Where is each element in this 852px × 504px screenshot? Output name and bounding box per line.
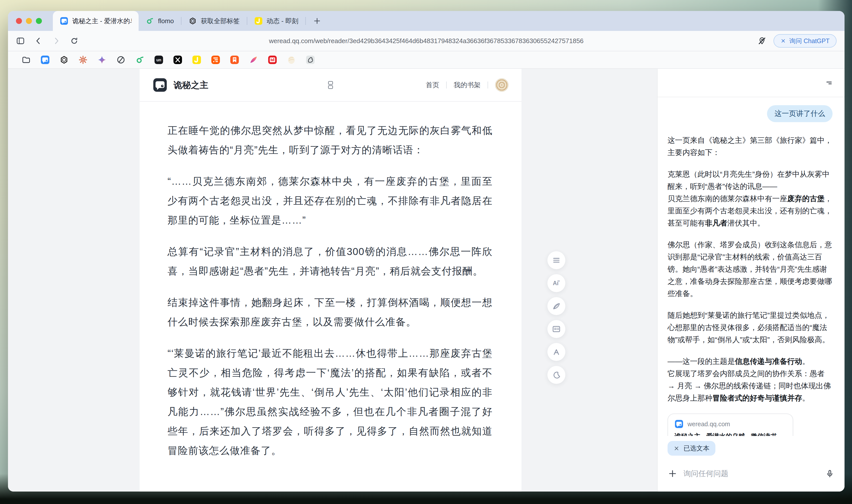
bookshelf-link[interactable]: 我的书架 bbox=[454, 80, 481, 89]
notebook-button[interactable] bbox=[547, 320, 565, 338]
browser-tab-openai[interactable]: 获取全部标签 bbox=[181, 11, 247, 31]
gemini-icon[interactable] bbox=[97, 55, 107, 65]
source-domain: weread.qq.com bbox=[688, 420, 730, 428]
dark-mode-icon bbox=[551, 370, 561, 380]
feather-app-icon[interactable] bbox=[249, 55, 258, 65]
close-window-button[interactable] bbox=[16, 18, 22, 24]
source-card-header: weread.qq.com bbox=[674, 419, 786, 429]
egg-app-icon[interactable] bbox=[287, 55, 296, 65]
home-link[interactable]: 首页 bbox=[426, 80, 439, 89]
user-message-bubble: 这一页讲了什么 bbox=[767, 105, 833, 122]
notebook-icon bbox=[551, 324, 561, 334]
un-app-icon[interactable]: un bbox=[154, 55, 164, 65]
reader-layout-icon[interactable] bbox=[326, 80, 336, 90]
reload-icon[interactable] bbox=[70, 36, 79, 46]
weread-logo-icon bbox=[152, 77, 167, 92]
reader-paragraph: “‘莱曼诺的旅行笔记’最近不能租出去……休也得带上……那座废弃古堡亡灵不少，相当… bbox=[167, 343, 492, 460]
svg-text:Ai: Ai bbox=[553, 280, 559, 286]
selected-text-chip[interactable]: 已选文本 bbox=[668, 441, 715, 456]
weread-icon[interactable] bbox=[40, 55, 50, 65]
ask-chatgpt-label: 询问 ChatGPT bbox=[790, 37, 830, 45]
window-controls bbox=[16, 18, 42, 24]
x-twitter-icon[interactable] bbox=[173, 55, 182, 65]
chart-app-icon[interactable] bbox=[268, 55, 277, 65]
reader-paragraph: “……贝克兰德东南郊，德莱尔森林中央，有一座废弃的古堡，里面至少有两个古老怨灵出… bbox=[167, 172, 492, 230]
ai-assistant-icon: Ai bbox=[551, 278, 561, 288]
chat-input[interactable]: 询问任何问题 bbox=[684, 469, 819, 479]
weread-icon bbox=[60, 17, 68, 25]
reader-page-text: 正在睡午觉的佛尔思突然从梦中惊醒，看见了无边无际的灰白雾气和低头做着祷告的“月亮… bbox=[140, 102, 522, 491]
follow-icon[interactable] bbox=[211, 55, 220, 65]
chat-area: 这一页讲了什么 这一页来自《诡秘之主》第三部《旅行家》篇中，主要内容如下：克莱恩… bbox=[657, 97, 845, 436]
chip-label: 已选文本 bbox=[684, 444, 709, 453]
sidebar-toggle-icon[interactable] bbox=[16, 36, 25, 46]
book-title: 诡秘之主 bbox=[174, 79, 209, 91]
chatgpt-sidebar: 这一页讲了什么 这一页来自《诡秘之主》第三部《旅行家》篇中，主要内容如下：克莱恩… bbox=[657, 69, 845, 491]
browser-tab-weread[interactable]: 诡秘之主 - 爱潜水的乌 bbox=[53, 11, 139, 31]
arm-app-icon[interactable] bbox=[306, 55, 315, 65]
content-area: 诡秘之主 首页 我的书架 正在睡午觉的佛尔思突然从梦中惊醒，看见了无边无际的灰白… bbox=[8, 69, 845, 491]
address-bar[interactable]: weread.qq.com/web/reader/3ed429b3643425f… bbox=[269, 37, 583, 45]
flomo-icon bbox=[146, 17, 154, 25]
back-icon[interactable] bbox=[34, 36, 43, 46]
user-message-row: 这一页讲了什么 bbox=[668, 105, 833, 122]
reader-paragraph: 结束掉这件事情，她翻身起床，下至一楼，打算倒杯酒喝，顺便想一想什么时候去探索那座… bbox=[167, 293, 492, 331]
tab-label: 诡秘之主 - 爱潜水的乌 bbox=[72, 17, 132, 25]
collapse-sidebar-icon[interactable] bbox=[823, 78, 834, 88]
ask-chatgpt-button[interactable]: 询问 ChatGPT bbox=[774, 34, 836, 48]
browser-tab-flomo[interactable]: flomo bbox=[139, 11, 181, 31]
forward-icon[interactable] bbox=[52, 36, 61, 46]
dark-mode-button[interactable] bbox=[547, 366, 565, 384]
bookmarks-bar: un bbox=[8, 51, 845, 69]
font-settings-button[interactable] bbox=[547, 343, 565, 361]
attach-icon[interactable] bbox=[668, 469, 677, 479]
navigation-bar: weread.qq.com/web/reader/3ed429b3643425f… bbox=[8, 31, 845, 51]
assistant-paragraph: 这一页来自《诡秘之主》第三部《旅行家》篇中，主要内容如下： bbox=[668, 134, 833, 159]
assistant-paragraph: 随后她想到“莱曼诺的旅行笔记”里提过类似地点，心想那里的古怪灵体很多，必须搭配适… bbox=[668, 309, 833, 346]
composer: 已选文本 询问任何问题 bbox=[657, 436, 845, 491]
close-icon bbox=[780, 38, 786, 43]
tab-bar: 诡秘之主 - 爱潜水的乌flomo获取全部标签动态 - 即刻 bbox=[8, 11, 845, 31]
assistant-paragraph: ——这一段的主题是信息传递与准备行动。 它展现了塔罗会内部成员之间的协作关系：愚… bbox=[668, 355, 833, 404]
reader-nav: 首页 我的书架 bbox=[426, 78, 508, 92]
divider bbox=[446, 82, 447, 89]
tab-label: 获取全部标签 bbox=[201, 17, 240, 25]
claude-icon[interactable] bbox=[78, 55, 88, 65]
zoom-window-button[interactable] bbox=[36, 18, 42, 24]
tab-label: 动态 - 即刻 bbox=[267, 17, 298, 25]
source-title: 诡秘之主 - 爱潜水的乌贼 - 微信读书 bbox=[674, 432, 786, 436]
sidebar-header bbox=[657, 69, 845, 97]
source-card[interactable]: weread.qq.com 诡秘之主 - 爱潜水的乌贼 - 微信读书 已选文本（… bbox=[668, 414, 793, 436]
reader-paragraph: 正在睡午觉的佛尔思突然从梦中惊醒，看见了无边无际的灰白雾气和低头做着祷告的“月亮… bbox=[167, 121, 492, 160]
circle-slash-icon[interactable] bbox=[116, 55, 126, 65]
location-off-icon[interactable] bbox=[758, 36, 766, 46]
minimize-window-button[interactable] bbox=[26, 18, 32, 24]
openai-icon[interactable] bbox=[59, 55, 69, 65]
desktop: 诡秘之主 - 爱潜水的乌flomo获取全部标签动态 - 即刻 weread.qq… bbox=[0, 0, 852, 504]
microphone-icon[interactable] bbox=[825, 469, 835, 478]
nav-right-controls: 询问 ChatGPT bbox=[758, 34, 836, 48]
contents-menu-button[interactable] bbox=[547, 251, 565, 269]
new-tab-button[interactable] bbox=[313, 17, 321, 25]
quill-notes-icon bbox=[551, 301, 561, 311]
svg-text:un: un bbox=[156, 58, 161, 62]
ai-assistant-button[interactable]: Ai bbox=[547, 274, 565, 292]
flomo-icon[interactable] bbox=[135, 55, 145, 65]
user-avatar[interactable] bbox=[495, 78, 508, 92]
jike-icon[interactable] bbox=[192, 55, 201, 65]
assistant-message: 这一页来自《诡秘之主》第三部《旅行家》篇中，主要内容如下：克莱恩（此时以“月亮先… bbox=[668, 134, 833, 404]
divider bbox=[488, 82, 488, 89]
assistant-paragraph: 克莱恩（此时以“月亮先生”身份）在梦中从灰雾中醒来，听到“愚者”传达的讯息—— … bbox=[668, 168, 833, 229]
folder-icon[interactable] bbox=[21, 55, 31, 65]
chat-input-row: 询问任何问题 bbox=[668, 464, 835, 484]
quill-notes-button[interactable] bbox=[547, 297, 565, 315]
plus-icon bbox=[313, 17, 321, 25]
weread-icon bbox=[674, 419, 684, 429]
reader-header: 诡秘之主 首页 我的书架 bbox=[140, 69, 522, 102]
tab-strip: 诡秘之主 - 爱潜水的乌flomo获取全部标签动态 - 即刻 bbox=[53, 11, 306, 31]
bookmark-app-icon[interactable] bbox=[230, 55, 239, 65]
reader-floating-toolbar: Ai bbox=[547, 251, 565, 384]
font-settings-icon bbox=[551, 347, 561, 357]
remove-selection-icon[interactable] bbox=[673, 446, 679, 451]
browser-tab-jike[interactable]: 动态 - 即刻 bbox=[247, 11, 305, 31]
